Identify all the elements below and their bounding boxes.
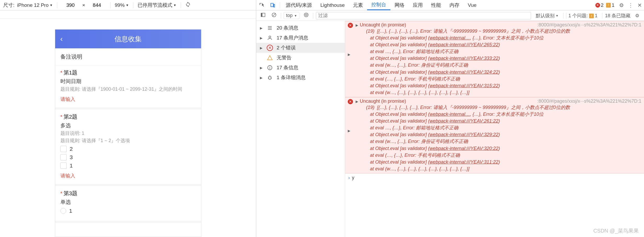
zoom-value: 99% [115,2,125,8]
width-input[interactable] [61,2,80,8]
remark-row[interactable]: 备注说明 [55,48,201,65]
phone-header: ‹ 信息收集 [55,30,201,48]
kebab-icon[interactable]: ⋮ [626,2,635,8]
source-link[interactable]: :8000/#/pages/xxsj/x···s%22%3A%221%22%7D… [537,22,641,28]
checkbox-icon[interactable] [60,163,67,169]
question-2: *第2题 多选 题目说明: 1 题目规则: 请选择『1 ~ 2』个选项 2 3 … [55,109,201,186]
console-prompt[interactable]: › y [345,174,644,182]
error-icon: ✕ [348,99,353,104]
context-dropdown[interactable]: top▼ [284,12,299,19]
tab-memory[interactable]: 内存 [445,0,464,10]
console-body: ▶20 条消息 ▶17 条用户消息 ▶✕2 个错误 无警告 ▶17 条信息 ▶1… [256,21,644,237]
svg-point-9 [270,66,270,67]
q3-option[interactable]: 1 [60,208,196,214]
q2-subtitle: 多选 [60,122,196,129]
expand-icon[interactable]: ▶ [348,129,350,133]
svg-point-4 [305,14,307,16]
tab-performance[interactable]: 性能 [427,0,445,10]
svg-line-3 [273,14,275,16]
phone-frame: ‹ 信息收集 备注说明 *第1题 时间日期 题目规则: 请选择『1900-01-… [55,29,201,237]
info-icon [267,65,273,71]
tab-elements[interactable]: 元素 [349,0,367,10]
zoom-dropdown[interactable]: 99% ▼ [115,2,129,8]
sidebar-messages[interactable]: ▶20 条消息 [256,23,345,33]
svg-point-6 [269,36,271,38]
separator [181,2,181,8]
bug-icon [267,74,273,81]
console-sidebar: ▶20 条消息 ▶17 条用户消息 ▶✕2 个错误 无警告 ▶17 条信息 ▶1… [256,21,345,237]
throttle-dropdown[interactable]: 已停用节流模式 ▼ [138,2,176,9]
phone-title: 信息收集 [60,34,196,44]
live-expression-icon[interactable] [302,12,310,19]
checkbox-icon[interactable] [60,154,67,160]
close-icon[interactable]: ✕ [635,2,644,8]
q2-option[interactable]: 1 [60,163,196,169]
inspect-icon[interactable] [256,0,267,10]
error-icon: ✕ [348,23,353,28]
error-message[interactable]: ✕ ▶ ▶Uncaught (in promise):8000/#/pages/… [345,97,644,174]
error-counter[interactable]: ✕2 [595,2,604,8]
q1-title: *第1题 [60,69,196,76]
sidebar-user[interactable]: ▶17 条用户消息 [256,33,345,43]
watermark: CSDN @_菜鸟果果 [593,227,639,234]
tab-lighthouse[interactable]: Lighthouse [316,0,349,10]
tab-vue[interactable]: Vue [464,0,481,10]
devtools-tabs: 源代码/来源 Lighthouse 元素 控制台 网络 应用 性能 内存 Vue… [256,0,644,10]
device-pane: 尺寸: iPhone 12 Pro ▼ × 99% ▼ 已停用节流模式 ▼ ‹ … [0,0,256,237]
filter-input[interactable] [316,12,531,19]
tab-sources[interactable]: 源代码/来源 [282,0,316,10]
source-link[interactable]: :8000/#/pages/xxsj/x···s%22%3A%221%22%7D… [537,99,641,104]
q3-title: *第3题 [60,190,196,197]
sidebar-warnings[interactable]: 无警告 [256,53,345,63]
device-name: iPhone 12 Pro [17,2,48,8]
chevron-down-icon: ▼ [556,14,558,17]
device-toggle-icon[interactable] [267,0,278,10]
tab-application[interactable]: 应用 [409,0,427,10]
warn-counter[interactable]: !1 [606,2,614,8]
q1-input[interactable]: 请输入 [60,96,196,103]
prompt-text: y [352,175,354,181]
throttle-value: 已停用节流模式 [138,2,172,9]
rotate-icon[interactable] [185,2,191,9]
tab-console[interactable]: 控制台 [367,0,390,10]
hidden-count[interactable]: 18 条已隐藏 [605,13,630,19]
sidebar-errors[interactable]: ▶✕2 个错误 [256,43,345,53]
checkbox-icon[interactable] [60,146,67,152]
sidebar-toggle-icon[interactable] [259,12,267,19]
console-messages[interactable]: ✕ ▶ ▶Uncaught (in promise):8000/#/pages/… [345,21,644,237]
tab-network[interactable]: 网络 [390,0,409,10]
sidebar-info[interactable]: ▶17 条信息 [256,63,345,73]
clear-console-icon[interactable] [270,12,278,19]
chevron-down-icon: ▼ [294,14,297,17]
separator [133,2,133,8]
radio-icon[interactable] [60,208,66,214]
ruler-area [0,10,256,19]
svg-point-5 [304,13,308,17]
chevron-down-icon: ▼ [126,3,129,7]
q2-option[interactable]: 3 [60,154,196,160]
expand-icon[interactable]: ▶ [348,53,350,56]
sidebar-verbose[interactable]: ▶1 条详细消息 [256,73,345,83]
gear-icon[interactable]: ⚙ [617,2,626,8]
gear-icon[interactable]: ⚙ [633,13,641,19]
error-message[interactable]: ✕ ▶ ▶Uncaught (in promise):8000/#/pages/… [345,21,644,97]
q2-option[interactable]: 2 [60,146,196,152]
height-input[interactable] [88,2,106,8]
separator [280,2,280,8]
q1-subtitle: 时间日期 [60,78,196,85]
q3-subtitle: 单选 [60,199,196,206]
chevron-down-icon: ▼ [50,3,53,7]
chevron-right-icon: › [348,175,350,181]
error-icon: ✕ [267,45,273,51]
svg-point-10 [269,76,271,80]
q2-title: *第2题 [60,113,196,120]
device-toolbar: 尺寸: iPhone 12 Pro ▼ × 99% ▼ 已停用节流模式 ▼ [0,0,256,10]
back-icon[interactable]: ‹ [60,35,63,43]
list-icon [267,25,273,31]
issues-link[interactable]: 1 个问题: !1 [566,13,600,19]
svg-rect-1 [261,13,263,16]
level-dropdown[interactable]: 默认级别▼ [534,12,561,19]
q2-input[interactable]: 请输入 [60,172,196,179]
device-dropdown[interactable]: iPhone 12 Pro ▼ [17,2,53,8]
user-icon [267,35,273,41]
